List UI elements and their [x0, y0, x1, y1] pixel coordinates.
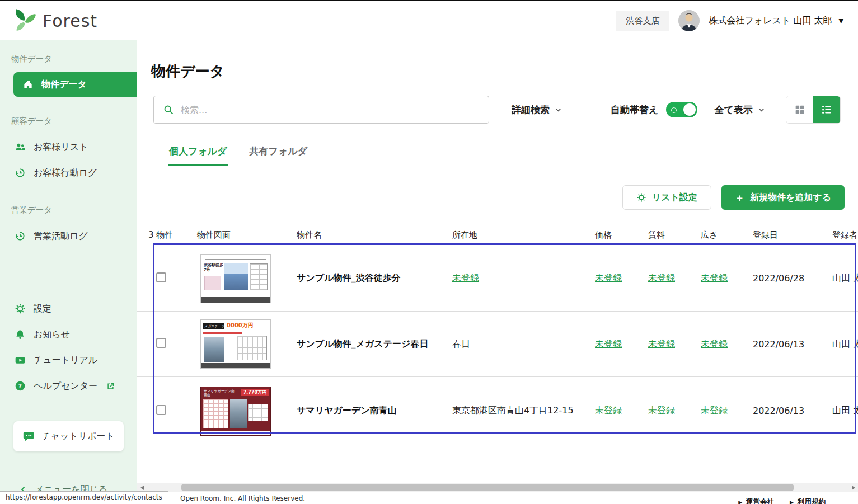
property-thumbnail[interactable]: サマリヤガーデン南青山 7,770万円	[200, 387, 271, 436]
flyer-photo-block	[230, 399, 247, 428]
app-window: Forest 渋谷支店 株式会社フォレスト 山田 太郎 ▼ 物件データ	[0, 0, 858, 504]
horizontal-scrollbar[interactable]	[137, 483, 858, 492]
search-input[interactable]	[181, 105, 480, 115]
flyer-floorplan-block	[248, 404, 268, 421]
price-unregistered-link[interactable]: 未登録	[595, 338, 622, 349]
status-bar-url: https://forestapp.openrm.dev/activity/co…	[0, 491, 168, 504]
terms-link[interactable]: ▶ 利用規約	[790, 497, 826, 504]
area-unregistered-link[interactable]: 未登録	[701, 272, 728, 283]
user-menu[interactable]: 株式会社フォレスト 山田 太郎 ▼	[709, 15, 843, 27]
rent-unregistered-link[interactable]: 未登録	[648, 272, 675, 283]
sidebar-item-tutorial[interactable]: チュートリアル	[0, 347, 137, 373]
col-header-rent: 賃料	[648, 230, 701, 241]
grid-icon	[794, 103, 806, 116]
area-unregistered-link[interactable]: 未登録	[701, 338, 728, 349]
sidebar-item-settings[interactable]: 設定	[0, 296, 137, 322]
property-table: 3 物件 物件図面 物件名 所在地 価格 賃料 広さ 登録日 登録者	[137, 224, 858, 445]
area-unregistered-link[interactable]: 未登録	[701, 405, 728, 416]
scrollbar-thumb[interactable]	[181, 484, 794, 491]
col-header-name: 物件名	[297, 230, 452, 241]
list-icon	[821, 103, 833, 116]
caret-down-icon: ▼	[839, 17, 843, 25]
external-link-icon	[106, 382, 115, 390]
row-checkbox[interactable]	[156, 338, 166, 348]
help-icon: ?	[15, 380, 26, 392]
svg-text:?: ?	[18, 383, 22, 390]
chat-support-button[interactable]: チャットサポート	[13, 421, 124, 451]
registrant-name: 山田 太郎	[832, 405, 858, 417]
gear-icon	[15, 303, 26, 314]
tab-personal-folder[interactable]: 個人フォルダ	[168, 142, 228, 166]
table-row[interactable]: サマリヤガーデン南青山 7,770万円 サマリヤガーデン南青山 東京都港区南青山…	[137, 376, 858, 445]
forest-logo-icon	[11, 7, 37, 35]
search-icon	[163, 104, 174, 115]
toolbar: 詳細検索 自動帯替え 全て表示	[153, 96, 858, 124]
users-icon	[15, 142, 26, 153]
scroll-right-arrow[interactable]	[848, 483, 858, 492]
copyright-text: Open Room, Inc. All Rights Reserved.	[180, 494, 305, 502]
sidebar-item-property-data[interactable]: 物件データ	[13, 72, 137, 97]
property-thumbnail[interactable]: メガステージ春日 0000万円	[200, 319, 271, 369]
price-unregistered-link[interactable]: 未登録	[595, 272, 622, 283]
chat-icon	[22, 430, 35, 442]
flyer-photo-block	[224, 263, 248, 290]
property-name[interactable]: サンプル物件_メガステージ春日	[297, 338, 452, 350]
history-icon	[15, 167, 26, 178]
brand[interactable]: Forest	[11, 7, 97, 35]
property-count: 3 物件	[148, 230, 197, 241]
location-unregistered-link[interactable]: 未登録	[452, 272, 479, 283]
col-header-location: 所在地	[452, 230, 595, 241]
row-checkbox[interactable]	[156, 272, 166, 282]
avatar[interactable]	[678, 10, 700, 31]
sidebar-item-customer-log[interactable]: お客様行動ログ	[0, 160, 137, 186]
header-right: 渋谷支店 株式会社フォレスト 山田 太郎 ▼	[616, 10, 843, 31]
plus-icon: ＋	[735, 191, 744, 204]
company-link[interactable]: ▶ 運営会社	[738, 497, 774, 504]
sidebar-item-customer-list[interactable]: お客様リスト	[0, 134, 137, 160]
table-header-row: 3 物件 物件図面 物件名 所在地 価格 賃料 広さ 登録日 登録者	[137, 224, 858, 246]
rent-unregistered-link[interactable]: 未登録	[648, 405, 675, 416]
table-body: 渋谷駅徒歩7分 サンプル物件_渋谷徒歩分 未登録 未登録 未登録 未登録	[137, 246, 858, 445]
table-row[interactable]: 渋谷駅徒歩7分 サンプル物件_渋谷徒歩分 未登録 未登録 未登録 未登録	[137, 246, 858, 311]
sidebar-section-property: 物件データ	[11, 54, 137, 64]
gear-icon	[636, 192, 646, 202]
folder-tabs: 個人フォルダ 共有フォルダ	[137, 142, 858, 166]
auto-band-group: 自動帯替え	[611, 102, 697, 117]
search-box[interactable]	[153, 96, 489, 124]
list-view-button[interactable]	[813, 96, 840, 123]
add-property-button[interactable]: ＋ 新規物件を追加する	[721, 185, 845, 210]
page-title: 物件データ	[151, 62, 858, 81]
flyer-footer-bar	[201, 297, 270, 303]
tab-shared-folder[interactable]: 共有フォルダ	[249, 142, 309, 166]
list-settings-button[interactable]: リスト設定	[622, 185, 711, 210]
app-header: Forest 渋谷支店 株式会社フォレスト 山田 太郎 ▼	[0, 1, 858, 40]
show-all-filter-button[interactable]: 全て表示	[714, 103, 765, 116]
property-name[interactable]: サマリヤガーデン南青山	[297, 405, 452, 417]
flyer-price: 7,770万円	[241, 389, 269, 396]
sidebar-item-sales-log[interactable]: 営業活動ログ	[0, 223, 137, 249]
property-thumbnail[interactable]: 渋谷駅徒歩7分	[200, 254, 271, 303]
advanced-search-button[interactable]: 詳細検索	[512, 103, 562, 116]
row-checkbox[interactable]	[156, 405, 166, 415]
auto-band-toggle[interactable]	[666, 102, 697, 117]
col-header-area: 広さ	[701, 230, 753, 241]
flyer-footer-bar	[201, 431, 270, 435]
auto-band-label: 自動帯替え	[611, 103, 658, 116]
sidebar: 物件データ 物件データ 顧客データ お客様リスト お客様行動ログ 営業データ 営…	[0, 40, 137, 493]
grid-view-button[interactable]	[786, 96, 813, 123]
price-unregistered-link[interactable]: 未登録	[595, 405, 622, 416]
table-row[interactable]: メガステージ春日 0000万円 サンプル物件_メガステージ春日 春日 未登録 未	[137, 311, 858, 376]
flyer-tagline-bar	[203, 332, 242, 334]
property-name[interactable]: サンプル物件_渋谷徒歩分	[297, 272, 452, 284]
bell-icon	[15, 329, 26, 340]
sidebar-item-news[interactable]: お知らせ	[0, 322, 137, 347]
user-name: 株式会社フォレスト 山田 太郎	[709, 15, 832, 27]
sidebar-item-help-center[interactable]: ? ヘルプセンター	[0, 373, 137, 399]
brand-name: Forest	[43, 11, 97, 31]
rent-unregistered-link[interactable]: 未登録	[648, 338, 675, 349]
sidebar-section-sales: 営業データ	[11, 205, 137, 215]
video-icon	[15, 355, 26, 366]
col-header-diagram: 物件図面	[197, 230, 297, 241]
chevron-down-icon	[757, 106, 766, 114]
registrant-name: 山田 太郎	[832, 272, 858, 284]
